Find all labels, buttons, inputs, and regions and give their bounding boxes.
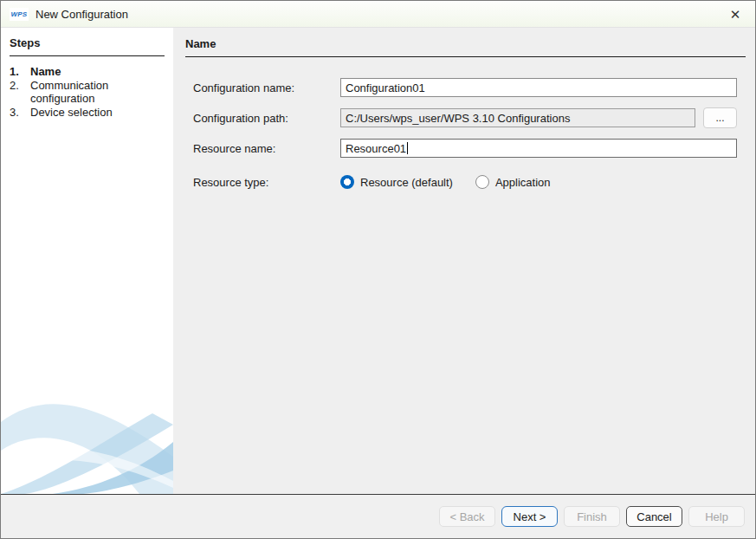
- swoosh-graphic: [1, 377, 173, 494]
- step-label: Name: [30, 65, 152, 78]
- step-number: 3.: [10, 106, 30, 119]
- radio-selected-icon: [340, 175, 354, 189]
- radio-label: Application: [495, 176, 551, 189]
- next-button[interactable]: Next >: [501, 506, 558, 527]
- close-icon: ✕: [730, 7, 741, 23]
- configuration-path-row: Configuration path: C:/Users/wps_user/WP…: [185, 107, 746, 128]
- configuration-name-label: Configuration name:: [185, 81, 340, 94]
- main-panel: Name Configuration name: Configuration01…: [173, 28, 755, 494]
- step-item-device-selection: 3. Device selection: [10, 106, 165, 119]
- resource-name-input[interactable]: Resource01: [340, 139, 737, 158]
- button-bar: < Back Next > Finish Cancel Help: [1, 494, 755, 538]
- step-number: 1.: [10, 65, 30, 78]
- configuration-path-label: Configuration path:: [185, 112, 340, 125]
- step-label: Device selection: [30, 106, 152, 119]
- configuration-path-value: C:/Users/wps_user/WPS 3.10 Configuration…: [346, 112, 570, 125]
- step-label: Communication configuration: [30, 79, 152, 105]
- wps-logo-icon: WPS: [10, 8, 29, 21]
- steps-heading: Steps: [10, 36, 165, 56]
- radio-unselected-icon: [475, 175, 489, 189]
- step-item-name: 1. Name: [10, 65, 165, 78]
- window-title: New Configuration: [36, 8, 128, 21]
- steps-sidebar: Steps 1. Name 2. Communication configura…: [1, 28, 173, 494]
- page-title: Name: [185, 37, 746, 57]
- configuration-path-field[interactable]: C:/Users/wps_user/WPS 3.10 Configuration…: [340, 108, 695, 127]
- resource-name-label: Resource name:: [185, 142, 340, 155]
- titlebar: WPS New Configuration ✕: [1, 1, 755, 28]
- resource-name-value: Resource01: [346, 142, 406, 155]
- radio-label: Resource (default): [360, 176, 453, 189]
- new-configuration-dialog: WPS New Configuration ✕ Steps 1. Name 2.…: [0, 0, 756, 539]
- resource-type-label: Resource type:: [185, 176, 340, 189]
- radio-application[interactable]: Application: [475, 175, 551, 189]
- cancel-button[interactable]: Cancel: [626, 506, 682, 527]
- resource-name-row: Resource name: Resource01: [185, 139, 746, 158]
- help-button[interactable]: Help: [688, 506, 745, 527]
- step-number: 2.: [10, 79, 30, 105]
- configuration-name-value: Configuration01: [346, 81, 425, 94]
- text-cursor: [407, 142, 408, 154]
- configuration-name-input[interactable]: Configuration01: [340, 78, 737, 97]
- radio-resource-default[interactable]: Resource (default): [340, 175, 453, 189]
- configuration-name-row: Configuration name: Configuration01: [185, 78, 746, 97]
- finish-button[interactable]: Finish: [564, 506, 620, 527]
- browse-button[interactable]: ...: [703, 107, 737, 128]
- back-button[interactable]: < Back: [439, 506, 495, 527]
- close-button[interactable]: ✕: [715, 1, 755, 28]
- step-item-communication-configuration: 2. Communication configuration: [10, 79, 165, 105]
- resource-type-row: Resource type: Resource (default) Applic…: [185, 175, 746, 189]
